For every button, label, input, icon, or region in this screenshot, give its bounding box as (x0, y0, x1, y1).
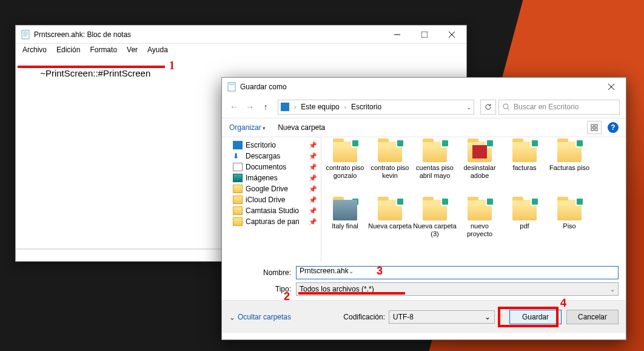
menu-format[interactable]: Formato (86, 44, 121, 55)
svg-rect-15 (595, 124, 597, 127)
folder-icon (333, 141, 357, 162)
tree-item[interactable]: Capturas de pan📌 (222, 216, 321, 227)
file-item[interactable]: Facturas piso (547, 140, 592, 198)
file-label: Italy final (332, 222, 358, 230)
folder-icon (512, 141, 537, 162)
search-placeholder: Buscar en Escritorio (514, 103, 579, 111)
svg-line-13 (508, 108, 509, 110)
new-folder-button[interactable]: Nueva carpeta (278, 123, 325, 132)
encoding-value: UTF-8 (393, 313, 414, 321)
maximize-button[interactable] (411, 26, 438, 43)
nav-forward-icon[interactable]: → (244, 102, 256, 112)
encoding-label: Codificación: (343, 313, 385, 321)
pin-icon: 📌 (309, 152, 317, 160)
filename-input[interactable]: Prntscreen.ahk⌄ (296, 266, 619, 279)
file-item[interactable]: pdf (502, 198, 547, 256)
notepad-titlebar[interactable]: Prntscreen.ahk: Bloc de notas (16, 26, 466, 44)
file-label: pdf (520, 222, 529, 230)
notepad-icon (21, 30, 30, 39)
hide-folders-button[interactable]: Ocultar carpetas (229, 313, 291, 321)
file-item[interactable]: contrato piso gonzalo (323, 140, 367, 198)
file-grid[interactable]: contrato piso gonzalocontrato piso kevin… (321, 137, 626, 262)
sync-badge-icon (396, 197, 404, 206)
tree-item[interactable]: ⬇Descargas📌 (222, 151, 321, 162)
minimize-button[interactable] (383, 26, 411, 43)
svg-rect-8 (228, 83, 235, 91)
nav-up-icon[interactable]: ↑ (260, 102, 272, 112)
svg-point-12 (503, 104, 508, 109)
search-icon (503, 103, 510, 111)
file-item[interactable]: desinstalar adobe (457, 140, 502, 198)
chevron-down-icon[interactable]: ⌄ (485, 313, 491, 321)
file-item[interactable]: facturas (502, 140, 547, 198)
grid-icon (591, 124, 598, 131)
tree-item-label: Camtasia Studio (246, 206, 299, 215)
file-label: Facturas piso (549, 164, 589, 172)
folder-icon (557, 141, 582, 162)
chevron-down-icon[interactable]: ⌄ (610, 286, 615, 293)
breadcrumb-folder[interactable]: Escritorio (351, 103, 381, 111)
sync-badge-icon (531, 197, 539, 206)
tree-item-label: iCloud Drive (246, 196, 285, 204)
hide-folders-label: Ocultar carpetas (238, 313, 291, 321)
tree-item[interactable]: Imágenes📌 (222, 172, 321, 183)
notepad-icon (227, 82, 236, 92)
file-item[interactable]: Nueva carpeta (367, 198, 412, 256)
search-input[interactable]: Buscar en Escritorio (498, 100, 620, 115)
file-label: cuentas piso abril mayo (412, 164, 457, 179)
folder-icon (423, 200, 447, 220)
pin-icon: 📌 (309, 163, 317, 171)
menu-file[interactable]: Archivo (18, 44, 51, 55)
cancel-button[interactable]: Cancelar (566, 310, 619, 324)
filename-value: Prntscreen.ahk (300, 267, 349, 275)
folder-icon (557, 200, 582, 220)
tree-item-label: Escritorio (246, 141, 276, 149)
chevron-down-icon[interactable]: ⌄ (466, 104, 471, 111)
folder-tree[interactable]: Escritorio📌⬇Descargas📌Documentos📌Imágene… (222, 137, 321, 262)
file-item[interactable]: Italy final (323, 198, 367, 256)
file-label: desinstalar adobe (457, 164, 502, 179)
encoding-select[interactable]: UTF-8⌄ (389, 310, 495, 324)
filename-label: Nombre: (229, 268, 296, 277)
file-item[interactable]: contrato piso kevin (367, 140, 412, 198)
tree-item-label: Documentos (246, 163, 286, 171)
breadcrumb-root[interactable]: Este equipo (301, 103, 339, 111)
file-item[interactable]: Piso (547, 198, 592, 256)
notepad-content: ~PrintScreen::#PrintScreen (40, 68, 150, 78)
tree-item[interactable]: Google Drive📌 (222, 183, 321, 194)
close-button[interactable] (438, 26, 465, 43)
help-icon: ? (611, 123, 615, 132)
file-item[interactable]: Nueva carpeta (3) (412, 198, 457, 256)
svg-rect-5 (421, 32, 428, 38)
annotation-box-4 (498, 307, 558, 327)
sync-badge-icon (575, 139, 584, 148)
menu-edit[interactable]: Edición (52, 44, 84, 55)
menu-help[interactable]: Ayuda (143, 44, 172, 55)
tree-item[interactable]: Documentos📌 (222, 162, 321, 172)
help-button[interactable]: ? (608, 122, 619, 133)
tree-item-label: Descargas (246, 152, 280, 160)
file-item[interactable]: cuentas piso abril mayo (412, 140, 457, 198)
folder-icon (333, 200, 357, 220)
nav-back-icon[interactable]: ← (228, 102, 240, 112)
folder-icon (378, 200, 402, 220)
address-bar[interactable]: › Este equipo › Escritorio ⌄ (278, 100, 474, 115)
dialog-close-button[interactable] (597, 78, 625, 96)
tree-item[interactable]: Camtasia Studio📌 (222, 205, 321, 216)
cancel-button-label: Cancelar (578, 313, 607, 321)
file-item[interactable]: nuevo proyecto (457, 198, 502, 256)
menu-view[interactable]: Ver (122, 44, 142, 55)
tree-item[interactable]: Escritorio📌 (222, 140, 321, 151)
organize-button[interactable]: Organizar (229, 123, 266, 132)
dialog-titlebar[interactable]: Guardar como (222, 78, 626, 96)
view-options-button[interactable] (587, 121, 602, 134)
chevron-down-icon[interactable]: ⌄ (349, 268, 354, 274)
refresh-button[interactable] (480, 100, 496, 115)
dialog-nav-row: ← → ↑ › Este equipo › Escritorio ⌄ Busca… (222, 96, 626, 118)
tree-item[interactable]: iCloud Drive📌 (222, 194, 321, 205)
dialog-toolbar: Organizar Nueva carpeta ? (222, 118, 626, 137)
sync-badge-icon (486, 197, 494, 206)
file-label: Nueva carpeta (3) (412, 222, 457, 237)
folder-icon (512, 200, 537, 220)
folder-icon (378, 141, 402, 162)
